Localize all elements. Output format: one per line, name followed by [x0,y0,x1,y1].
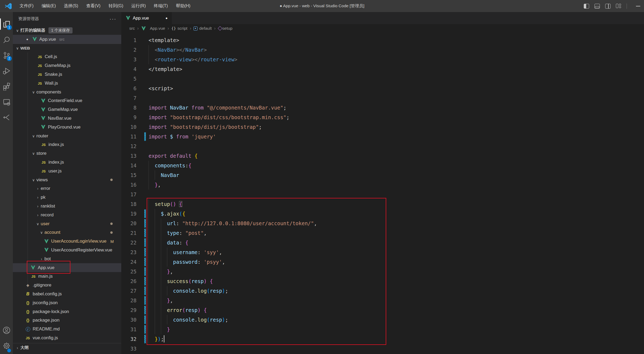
code-line-25: 25 }, [121,267,644,276]
menu-item-4[interactable]: 转到(G) [105,2,127,10]
tree-item-index.js[interactable]: JSindex.js [13,140,121,149]
activity-top: 12 [0,12,13,125]
tree-item-router[interactable]: ∨router [13,131,121,140]
tree-item-bot[interactable]: ›bot [13,254,121,263]
menu-item-7[interactable]: 帮助(H) [172,2,194,10]
vscode-logo [4,2,12,10]
tree-item-package-lock.json[interactable]: {}package-lock.json [13,307,121,316]
chevron-right-icon: › [39,257,44,261]
tree-item-package.json[interactable]: {}package.json [13,316,121,325]
activity-item-remote-explorer[interactable] [0,94,13,110]
open-editors-section-header[interactable]: ∨ 打开的编辑器 1 个未保存 [13,26,121,35]
tree-item-readme.md[interactable]: iREADME.md [13,325,121,334]
activity-item-explorer[interactable]: 1 [0,16,13,32]
line-number: 11 [121,132,137,141]
tree-item-user[interactable]: ∨user [13,219,121,228]
code-line-5: 5 [121,74,644,84]
tree-item-index.js[interactable]: JSindex.js [13,158,121,167]
activity-item-search[interactable] [0,32,13,47]
chevron-down-icon: ∨ [14,28,20,33]
activity-item-references[interactable] [0,110,13,125]
code-text: </template> [149,64,182,74]
tree-item-gamemap.vue[interactable]: GameMap.vue [13,105,121,114]
tree-item-cell.js[interactable]: JSCell.js [13,52,121,61]
menu-item-0[interactable]: 文件(F) [16,2,37,10]
git-modified-badge: M [111,239,114,244]
tree-item-.gitignore[interactable]: ◆.gitignore [13,281,121,290]
tab-label: App.vue [133,16,149,21]
customize-layout-icon[interactable] [616,4,621,9]
tree-item-account[interactable]: ∨account [13,228,121,237]
tree-item-store[interactable]: ∨store [13,149,121,158]
code-text: data: { [149,238,188,247]
menu-item-1[interactable]: 编辑(E) [38,2,59,10]
breadcrumb-label: script [177,26,187,31]
tree-item-gamemap.js[interactable]: JSGameMap.js [13,61,121,70]
tree-item-useraccountregisterview.vue[interactable]: UserAccountRegisterView.vue [13,246,121,255]
tree-item-ranklist[interactable]: ›ranklist [13,202,121,211]
toggle-sidebar-icon[interactable] [584,4,589,9]
code-editor[interactable]: 1<template>2 <NavBar></NavBar>3 <router-… [121,35,644,354]
code-line-31: 31 } [121,325,644,334]
breadcrumb-item-default[interactable]: default [194,26,212,31]
tree-item-wall.js[interactable]: JSWall.js [13,79,121,88]
tree-item-error[interactable]: ›error [13,184,121,193]
line-number: 8 [121,103,137,112]
tab-appvue[interactable]: App.vue ● [121,12,172,24]
symbol-default-icon [194,27,198,31]
tree-item-jsconfig.json[interactable]: {}jsconfig.json [13,298,121,307]
tree-item-pk[interactable]: ›pk [13,193,121,202]
activity-item-extensions[interactable] [0,78,13,94]
breadcrumb-item-setup[interactable]: setup [218,26,232,31]
line-number: 2 [121,45,137,55]
tree-item-useraccountloginview.vue[interactable]: UserAccountLoginView.vueM [13,237,121,246]
tree-item-record[interactable]: ›record [13,210,121,219]
title-bar: 文件(F)编辑(E)选择(S)查看(V)转到(G)运行(R)终端(T)帮助(H)… [0,0,644,12]
tree-item-user.js[interactable]: JSuser.js [13,167,121,175]
menu-item-2[interactable]: 选择(S) [60,2,82,10]
tree-item-contentfield.vue[interactable]: ContentField.vue [13,96,121,105]
toggle-panel-icon[interactable] [594,4,600,9]
tree-item-components[interactable]: ∨components [13,88,121,96]
tree-item-app.vue[interactable]: App.vue [13,263,121,272]
js-file-icon: JS [38,55,42,59]
tree-item-babel.config.js[interactable]: Bbabel.config.js [13,290,121,299]
tree-item-navbar.vue[interactable]: NavBar.vue [13,114,121,123]
menu-item-5[interactable]: 运行(R) [128,2,149,10]
tree-item-playground.vue[interactable]: PlayGround.vue [13,123,121,131]
controls-separator [627,3,627,9]
more-actions-icon[interactable]: ··· [109,16,116,22]
toggle-secondary-sidebar-icon[interactable] [605,4,611,9]
activity-item-accounts[interactable] [0,322,13,338]
activity-item-settings[interactable] [0,338,13,353]
menu-item-3[interactable]: 查看(V) [83,2,104,10]
vue-file-icon [41,125,46,129]
minimize-icon[interactable] [636,6,640,6]
account-icon [2,326,11,334]
code-text: <script> [149,84,173,93]
vue-file-icon [126,16,131,20]
activity-item-run-and-debug[interactable] [0,63,13,78]
menu-item-6[interactable]: 终端(T) [150,2,171,10]
tree-item-vue.config.js[interactable]: JSvue.config.js [13,334,121,342]
open-editor-path-suffix: src [59,37,65,42]
breadcrumb-item-app.vue[interactable]: App.vue [141,26,165,31]
code-line-27: 27 console.log(resp); [121,286,644,296]
tree-item-views[interactable]: ∨views [13,175,121,184]
chevron-right-icon: › [14,346,20,350]
unsaved-dot-icon[interactable]: ● [165,16,168,20]
tree-item-snake.js[interactable]: JSSnake.js [13,70,121,79]
tree-item-main.js[interactable]: JSmain.js [13,272,121,281]
open-editor-item-appvue[interactable]: ●App.vuesrc [13,35,121,44]
outline-section-header[interactable]: › 大纲 [13,343,121,352]
breadcrumb-item-script[interactable]: {}script [171,26,187,31]
json-file-icon: {} [26,318,29,322]
activity-item-source-control[interactable]: 2 [0,47,13,63]
chevron-down-icon: ∨ [14,46,20,50]
tree-item-label: user [41,221,50,227]
sidebar-header: 资源管理器 ··· [13,12,121,25]
tree-item-label: user.js [48,168,62,174]
activity-badge: 2 [7,56,12,61]
breadcrumb-item-src[interactable]: src [129,26,135,31]
workspace-section-header[interactable]: ∨ WEB [13,44,121,52]
